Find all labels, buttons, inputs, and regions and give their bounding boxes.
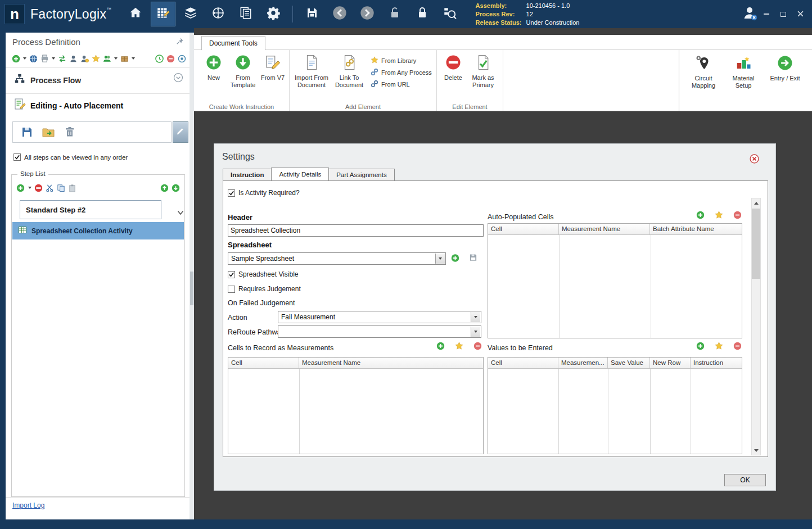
remove-row-icon[interactable] bbox=[473, 342, 482, 350]
import-step-button[interactable] bbox=[41, 125, 56, 139]
ok-button[interactable]: OK bbox=[724, 474, 766, 486]
auto-detect-icon[interactable] bbox=[715, 211, 723, 219]
add-row-icon[interactable] bbox=[696, 342, 705, 350]
activity-required-checkbox[interactable] bbox=[228, 189, 235, 197]
lock-button[interactable] bbox=[410, 2, 435, 26]
column-header[interactable]: Measurement Name bbox=[559, 224, 650, 234]
add-step-icon[interactable] bbox=[16, 184, 25, 192]
splitter-thumb[interactable] bbox=[190, 272, 193, 305]
column-header[interactable]: Cell bbox=[228, 358, 299, 368]
operator-cert-icon[interactable] bbox=[80, 54, 89, 63]
unlock-button[interactable] bbox=[382, 2, 407, 26]
auto-detect-icon[interactable] bbox=[715, 342, 723, 350]
add-dropdown-caret-icon[interactable] bbox=[22, 57, 26, 60]
requires-judgement-checkbox[interactable] bbox=[228, 286, 235, 293]
column-header[interactable]: Cell bbox=[488, 358, 558, 368]
package-icon[interactable] bbox=[120, 54, 129, 63]
auto-detect-icon[interactable] bbox=[455, 342, 463, 350]
column-header[interactable]: Measurement Name bbox=[299, 358, 483, 368]
entry-exit-button[interactable]: Entry / Exit bbox=[767, 52, 803, 103]
package-dropdown-caret-icon[interactable] bbox=[131, 57, 135, 60]
tab-activity-details[interactable]: Activity Details bbox=[271, 168, 329, 180]
deactivate-step-icon[interactable] bbox=[166, 54, 175, 63]
award-icon[interactable] bbox=[91, 54, 100, 63]
web-icon[interactable] bbox=[29, 54, 38, 63]
column-header[interactable]: Measuremen... bbox=[558, 358, 608, 368]
from-url-button[interactable]: From URL bbox=[371, 79, 432, 89]
process-definition-button[interactable] bbox=[151, 2, 175, 26]
from-v7-button[interactable]: From V7 bbox=[260, 52, 285, 82]
add-row-icon[interactable] bbox=[696, 211, 705, 219]
audit-search-button[interactable] bbox=[437, 2, 462, 26]
maximize-button[interactable] bbox=[776, 7, 791, 21]
operator-icon[interactable] bbox=[69, 54, 78, 63]
import-from-document-button[interactable]: Import From Document bbox=[294, 52, 330, 88]
step-expander-chevron-icon[interactable] bbox=[177, 207, 184, 218]
action-dropdown-button[interactable] bbox=[471, 312, 480, 322]
column-header[interactable]: New Row bbox=[650, 358, 691, 368]
circuit-mapping-button[interactable]: Circuit Mapping bbox=[687, 52, 720, 103]
header-input[interactable] bbox=[228, 224, 484, 237]
paste-icon[interactable] bbox=[68, 184, 76, 192]
from-any-process-button[interactable]: From Any Process bbox=[371, 67, 432, 77]
column-header[interactable]: Batch Attribute Name bbox=[650, 224, 742, 234]
pin-button[interactable] bbox=[175, 37, 185, 47]
save-spreadsheet-icon[interactable] bbox=[469, 253, 477, 261]
reroute-pathway-select[interactable] bbox=[278, 325, 481, 338]
action-select[interactable]: Fail Measurement bbox=[278, 311, 481, 323]
remove-step-icon[interactable] bbox=[34, 184, 43, 192]
add-row-icon[interactable] bbox=[436, 342, 445, 350]
minimize-button[interactable] bbox=[759, 7, 774, 21]
close-button[interactable] bbox=[793, 7, 808, 21]
transfer-icon[interactable] bbox=[57, 54, 66, 63]
page-scrollbar[interactable] bbox=[751, 198, 761, 455]
column-header[interactable]: Save Value bbox=[608, 358, 650, 368]
reroute-dropdown-button[interactable] bbox=[471, 327, 480, 337]
add-icon[interactable] bbox=[11, 54, 20, 63]
print-dropdown-caret-icon[interactable] bbox=[51, 57, 55, 60]
settings-close-button[interactable] bbox=[750, 154, 760, 164]
tab-instruction[interactable]: Instruction bbox=[223, 169, 272, 180]
save-step-button[interactable] bbox=[20, 125, 34, 139]
tab-document-tools[interactable]: Document Tools bbox=[201, 36, 265, 50]
from-library-button[interactable]: From Library bbox=[371, 56, 432, 65]
step-selector[interactable]: Standard Step #2 bbox=[20, 200, 161, 219]
move-step-down-icon[interactable] bbox=[172, 184, 180, 192]
delete-element-button[interactable]: Delete bbox=[441, 52, 466, 82]
dispatch-button[interactable] bbox=[206, 2, 231, 26]
spreadsheet-visible-checkbox[interactable] bbox=[228, 271, 235, 278]
panel-splitter[interactable] bbox=[190, 33, 194, 519]
mark-as-primary-button[interactable]: Mark as Primary bbox=[467, 52, 499, 88]
back-button[interactable] bbox=[327, 2, 352, 26]
record-icon[interactable] bbox=[177, 54, 186, 63]
documents-button[interactable] bbox=[233, 2, 258, 26]
settings-button[interactable] bbox=[261, 2, 286, 26]
user-session-button[interactable] bbox=[742, 7, 757, 21]
delete-step-button[interactable] bbox=[62, 125, 77, 139]
spreadsheet-dropdown-button[interactable] bbox=[435, 254, 445, 264]
values-entered-table[interactable]: Cell Measuremen... Save Value New Row In… bbox=[488, 357, 742, 454]
cells-measurements-table[interactable]: Cell Measurement Name bbox=[228, 357, 484, 454]
view-order-checkbox[interactable] bbox=[13, 153, 21, 161]
material-setup-button[interactable]: Material Setup bbox=[728, 52, 759, 103]
team-dropdown-caret-icon[interactable] bbox=[114, 57, 118, 60]
add-step-caret-icon[interactable] bbox=[28, 187, 31, 189]
remove-row-icon[interactable] bbox=[733, 342, 742, 350]
edit-mode-toggle[interactable] bbox=[173, 121, 188, 143]
scroll-down-button[interactable] bbox=[752, 446, 760, 455]
home-button[interactable] bbox=[123, 2, 148, 26]
collapse-button[interactable] bbox=[173, 72, 184, 85]
add-spreadsheet-icon[interactable] bbox=[451, 254, 459, 262]
scrollbar-thumb[interactable] bbox=[752, 209, 760, 279]
save-button[interactable] bbox=[300, 2, 324, 26]
activity-list-item-selected[interactable]: Spreadsheet Collection Activity bbox=[12, 222, 184, 239]
copy-icon[interactable] bbox=[57, 184, 65, 192]
scroll-up-button[interactable] bbox=[752, 198, 760, 207]
forward-button[interactable] bbox=[355, 2, 380, 26]
move-step-up-icon[interactable] bbox=[160, 184, 169, 192]
column-header[interactable]: Cell bbox=[488, 224, 559, 234]
link-to-document-button[interactable]: Link To Document bbox=[331, 52, 367, 88]
auto-populated-table[interactable]: Cell Measurement Name Batch Attribute Na… bbox=[488, 223, 742, 338]
spreadsheet-select[interactable]: Sample Spreadsheet bbox=[228, 252, 446, 265]
new-instruction-button[interactable]: New bbox=[202, 52, 225, 82]
